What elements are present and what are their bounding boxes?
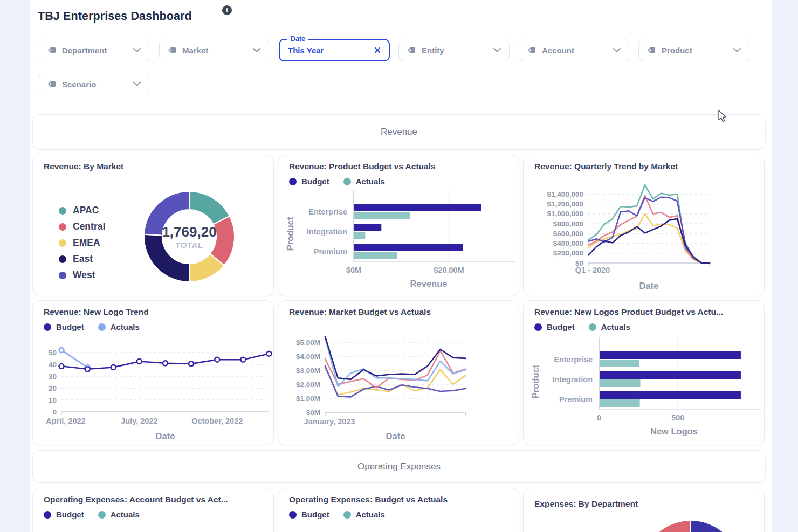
legend-label: East (73, 253, 93, 265)
legend-label: Budget (301, 177, 329, 186)
legend-dot (44, 511, 51, 519)
chart-legend: BudgetActuals (534, 322, 630, 331)
chevron-down-icon (613, 48, 621, 52)
legend-item-budget[interactable]: Budget (289, 510, 329, 519)
legend-dot (59, 255, 66, 263)
legend-item-budget[interactable]: Budget (44, 510, 84, 519)
legend-label: Central (73, 221, 105, 232)
card-revenue-by-market: Revenue: By Market APACCentralEMEAEastWe… (32, 155, 274, 296)
info-icon[interactable]: i (222, 5, 232, 15)
bar-chart[interactable]: 0500EnterpriseIntegrationPremiumNew Logo… (524, 335, 765, 441)
svg-text:$0M: $0M (346, 266, 361, 274)
svg-text:Date: Date (639, 281, 659, 291)
legend-item-actuals[interactable]: Actuals (343, 177, 385, 186)
svg-text:Product: Product (285, 217, 295, 251)
page-title: TBJ Enterprises Dashboard (38, 10, 192, 23)
chart-title: Revenue: By Market (44, 162, 123, 171)
section-header-revenue: Revenue (32, 114, 766, 150)
filter-chip-market[interactable]: Market (159, 39, 269, 61)
svg-text:$800,000: $800,000 (553, 220, 583, 228)
svg-text:$0M: $0M (306, 409, 320, 417)
tag-icon (527, 46, 536, 54)
legend-dot (589, 323, 596, 331)
svg-text:$3.00M: $3.00M (296, 367, 320, 375)
card-quarterly-trend-by-market: Revenue: Quarterly Trend by Market $1,40… (523, 155, 765, 296)
tag-icon (647, 46, 656, 54)
svg-text:Premium: Premium (314, 247, 347, 256)
card-market-budget-vs-actuals: Revenue: Market Budget vs Actuals $5.00M… (278, 300, 519, 445)
filter-chip-label: Account (542, 46, 607, 55)
filter-chip-scenario[interactable]: Scenario (39, 73, 149, 95)
filter-chip-label: Product (662, 46, 727, 55)
svg-text:$1,400,000: $1,400,000 (547, 190, 583, 198)
legend-item-actuals[interactable]: Actuals (343, 510, 385, 519)
svg-text:Enterprise: Enterprise (554, 355, 593, 364)
date-filter-value: This Year (288, 46, 368, 55)
chart-title: Revenue: New Logos Product Budget vs Act… (534, 307, 723, 317)
line-chart[interactable]: $5.00M$4.00M$3.00M$2.00M$1.00M$0MJanuary… (278, 322, 520, 448)
section-header-operating-expenses: Operating Expenses (32, 450, 766, 483)
chart-title: Operating Expenses: Account Budget vs Ac… (44, 495, 228, 505)
legend-label: Budget (547, 322, 575, 331)
svg-text:$200,000: $200,000 (553, 249, 583, 257)
svg-text:0: 0 (52, 408, 57, 416)
svg-text:40: 40 (49, 361, 57, 369)
svg-text:October, 2022: October, 2022 (191, 417, 243, 425)
legend-item-east[interactable]: East (59, 253, 105, 265)
svg-text:Date: Date (386, 431, 405, 441)
filter-chip-product[interactable]: Product (638, 39, 749, 61)
legend-item-budget[interactable]: Budget (534, 322, 575, 331)
tag-icon (47, 80, 56, 88)
bar-chart[interactable]: $0M$20.00MEnterpriseIntegrationPremiumRe… (278, 188, 520, 293)
svg-text:$600,000: $600,000 (553, 230, 583, 238)
svg-text:$1.00M: $1.00M (296, 395, 320, 403)
legend-item-apac[interactable]: APAC (59, 205, 105, 216)
svg-text:Integration: Integration (307, 227, 347, 236)
legend-dot (289, 511, 297, 519)
chart-title: Expenses: By Department (534, 499, 638, 509)
svg-text:Product: Product (531, 364, 540, 398)
card-new-logos-product-budget-vs-actuals: Revenue: New Logos Product Budget vs Act… (523, 300, 765, 445)
line-chart[interactable]: 50403020100April, 2022July, 2022October,… (33, 322, 274, 448)
legend-label: Actuals (111, 510, 140, 519)
filter-chip-date[interactable]: Date This Year (279, 39, 390, 61)
svg-text:30: 30 (49, 372, 57, 381)
legend-item-budget[interactable]: Budget (289, 177, 329, 186)
donut-chart[interactable]: 41,769,200TOTAL (143, 191, 235, 282)
svg-text:April, 2022: April, 2022 (46, 417, 85, 425)
svg-text:$1,000,000: $1,000,000 (547, 210, 583, 218)
chart-title: Revenue: Market Budget vs Actuals (289, 307, 431, 317)
filter-chip-entity[interactable]: Entity (398, 39, 510, 61)
chart-legend: BudgetActuals (289, 177, 385, 186)
legend-label: Actuals (356, 510, 385, 519)
card-product-budget-vs-actuals: Revenue: Product Budget vs Actuals Budge… (278, 155, 519, 296)
donut-chart[interactable] (639, 519, 742, 532)
svg-text:Revenue: Revenue (410, 279, 448, 288)
filter-chip-account[interactable]: Account (519, 39, 629, 61)
line-chart[interactable]: $1,400,000$1,200,000$1,000,000$800,000$6… (524, 178, 765, 299)
legend-dot (59, 207, 66, 215)
chevron-down-icon (133, 48, 141, 52)
filter-chip-label: Entity (422, 46, 487, 55)
legend-item-actuals[interactable]: Actuals (98, 510, 140, 519)
legend-item-central[interactable]: Central (59, 221, 105, 232)
legend-dot (98, 511, 106, 519)
legend-item-actuals[interactable]: Actuals (589, 322, 630, 331)
filter-chip-department[interactable]: Department (39, 39, 149, 61)
svg-text:$5.00M: $5.00M (296, 338, 320, 347)
chart-title: Operating Expenses: Budget vs Actuals (289, 495, 448, 505)
section-title: Revenue (381, 127, 417, 137)
chevron-down-icon (493, 48, 501, 52)
legend-item-west[interactable]: West (59, 270, 105, 281)
svg-text:Integration: Integration (552, 375, 593, 384)
legend-dot (343, 178, 351, 185)
filter-chip-label: Market (182, 46, 247, 55)
card-new-logo-trend: Revenue: New Logo Trend BudgetActuals 50… (32, 300, 274, 445)
chart-legend: BudgetActuals (44, 510, 140, 519)
mouse-cursor (717, 110, 728, 123)
legend-dot (59, 223, 66, 231)
chevron-down-icon (733, 48, 741, 52)
legend-item-emea[interactable]: EMEA (59, 237, 105, 248)
section-title: Operating Expenses (357, 461, 441, 472)
close-icon[interactable] (374, 47, 381, 53)
